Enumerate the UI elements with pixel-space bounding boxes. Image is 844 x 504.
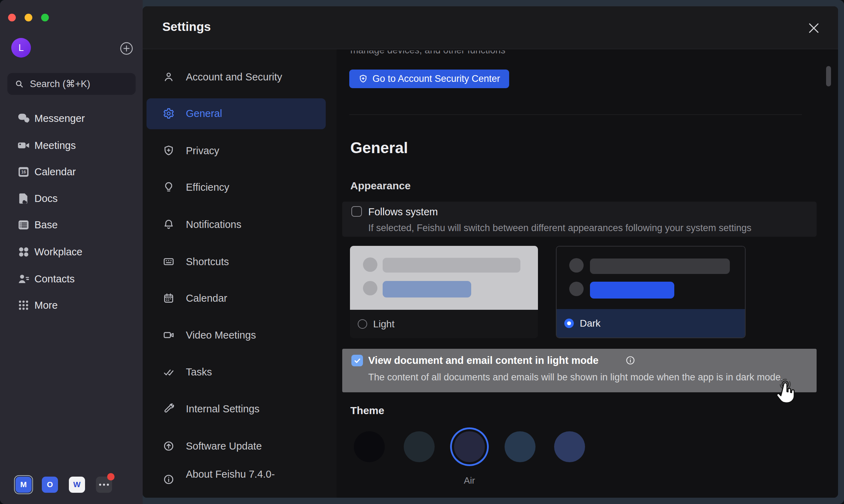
nav-item-label: Efficiency xyxy=(186,182,229,193)
close-dialog-button[interactable] xyxy=(807,21,821,35)
settings-dialog: Settings Accoun xyxy=(143,6,838,498)
sidebar-item-calendar[interactable]: 16 Calendar xyxy=(0,159,143,184)
dark-mode-strip: Dark xyxy=(557,309,745,338)
follows-system-checkbox[interactable] xyxy=(351,206,362,217)
follows-system-row[interactable]: Follows system If selected, Feishu will … xyxy=(342,202,817,237)
shield-plus-icon xyxy=(358,74,368,84)
light-mode-strip: Light xyxy=(350,310,538,338)
scrollbar-thumb[interactable] xyxy=(826,66,831,86)
settings-nav: Account and Security General xyxy=(143,49,337,498)
sidebar-item-contacts[interactable]: Contacts xyxy=(0,267,143,291)
keyboard-icon xyxy=(162,255,175,268)
plus-circle-icon xyxy=(120,42,133,55)
nav-item-label: Privacy xyxy=(186,145,219,157)
theme-swatch-1[interactable] xyxy=(354,431,385,462)
nav-notifications[interactable]: Notifications xyxy=(143,212,337,237)
nav-item-label: Notifications xyxy=(186,219,241,230)
theme-swatch-air[interactable] xyxy=(454,431,485,462)
ellipsis-icon xyxy=(99,484,109,486)
sidebar-item-label: More xyxy=(34,300,58,311)
video-camera-icon xyxy=(16,138,31,153)
minimize-window-button[interactable] xyxy=(25,14,32,21)
info-icon[interactable] xyxy=(625,355,635,365)
sidebar-item-base[interactable]: Base xyxy=(0,212,143,237)
mode-card-dark[interactable]: Dark xyxy=(556,246,746,338)
sidebar-item-messenger[interactable]: Messenger xyxy=(0,106,143,131)
dock-app-o[interactable]: O xyxy=(42,477,58,493)
wrench-icon xyxy=(162,402,175,415)
nav-software-update[interactable]: Software Update xyxy=(143,434,337,458)
avatar[interactable]: L xyxy=(11,38,31,58)
follows-system-label: Follows system xyxy=(368,206,438,218)
calendar-badge: 16 xyxy=(21,170,26,175)
sidebar-item-more[interactable]: More xyxy=(0,293,143,318)
doc-light-mode-checkbox[interactable] xyxy=(351,355,363,366)
doc-light-mode-description: The content of all documents and emails … xyxy=(368,372,783,383)
add-button[interactable] xyxy=(120,42,133,55)
go-to-account-security-center-button[interactable]: Go to Account Security Center xyxy=(349,70,509,88)
light-mode-label: Light xyxy=(373,319,395,330)
theme-swatch-2[interactable] xyxy=(404,431,435,462)
dark-mode-label: Dark xyxy=(580,318,600,329)
clipped-text: manage devices, and other functions xyxy=(350,51,505,56)
light-radio[interactable] xyxy=(358,319,367,329)
nav-item-label: About Feishu 7.4.0- xyxy=(186,469,275,480)
sidebar-item-label: Docs xyxy=(34,193,58,204)
sidebar-item-docs[interactable]: Docs xyxy=(0,186,143,211)
light-mode-preview xyxy=(350,246,538,310)
docs-icon xyxy=(16,191,31,206)
calendar-outline-icon xyxy=(162,292,175,305)
traffic-lights xyxy=(8,14,49,21)
theme-swatch-5[interactable] xyxy=(554,431,585,462)
contacts-icon xyxy=(16,271,31,286)
doc-light-mode-row[interactable]: View document and email content in light… xyxy=(342,349,817,392)
nav-account-and-security[interactable]: Account and Security xyxy=(143,65,337,89)
theme-heading: Theme xyxy=(350,405,384,417)
dialog-title: Settings xyxy=(162,20,211,34)
search-input[interactable]: Search (⌘+K) xyxy=(7,73,136,95)
notification-dot xyxy=(107,473,115,480)
nav-shortcuts[interactable]: Shortcuts xyxy=(143,249,337,274)
workplace-icon xyxy=(16,244,31,259)
nav-video-meetings[interactable]: Video Meetings xyxy=(143,323,337,347)
nav-privacy[interactable]: Privacy xyxy=(143,138,337,163)
nav-item-label: Internal Settings xyxy=(186,403,260,415)
nav-about-feishu[interactable]: About Feishu 7.4.0- xyxy=(143,462,337,486)
doc-light-mode-label: View document and email content in light… xyxy=(368,355,598,366)
nav-calendar[interactable]: Calendar xyxy=(143,286,337,310)
sidebar-item-meetings[interactable]: Meetings xyxy=(0,133,143,158)
close-icon xyxy=(807,22,820,34)
sidebar-item-label: Contacts xyxy=(34,273,74,285)
dark-radio[interactable] xyxy=(564,319,574,328)
gear-icon xyxy=(162,107,175,120)
nav-item-label: Software Update xyxy=(186,440,262,452)
theme-selected-label: Air xyxy=(454,475,485,486)
nav-tasks[interactable]: Tasks xyxy=(143,360,337,384)
zoom-window-button[interactable] xyxy=(41,14,49,21)
section-divider xyxy=(349,114,802,115)
section-heading: General xyxy=(350,139,408,157)
sidebar-item-label: Meetings xyxy=(34,140,76,151)
info-circle-icon xyxy=(162,473,175,486)
dock-app-m[interactable]: M xyxy=(15,477,32,493)
search-placeholder: Search (⌘+K) xyxy=(30,78,90,90)
nav-general[interactable]: General xyxy=(143,101,337,126)
more-grid-icon xyxy=(16,298,31,313)
close-window-button[interactable] xyxy=(8,14,16,21)
mode-card-light[interactable]: Light xyxy=(350,246,538,338)
follows-system-description: If selected, Feishu will switch between … xyxy=(368,223,752,234)
person-icon xyxy=(162,71,175,83)
sidebar: L Search (⌘+K) xyxy=(0,0,143,504)
nav-internal-settings[interactable]: Internal Settings xyxy=(143,397,337,421)
nav-item-label: General xyxy=(186,108,222,119)
shield-plus-icon xyxy=(162,144,175,157)
button-label: Go to Account Security Center xyxy=(372,73,500,84)
dock-app-w[interactable]: W xyxy=(69,477,85,493)
nav-efficiency[interactable]: Efficiency xyxy=(143,175,337,199)
nav-item-label: Calendar xyxy=(186,293,227,304)
lightbulb-icon xyxy=(162,181,175,194)
dialog-header: Settings xyxy=(143,6,838,49)
nav-item-label: Tasks xyxy=(186,366,212,378)
sidebar-item-workplace[interactable]: Workplace xyxy=(0,240,143,264)
theme-swatch-4[interactable] xyxy=(505,431,535,462)
